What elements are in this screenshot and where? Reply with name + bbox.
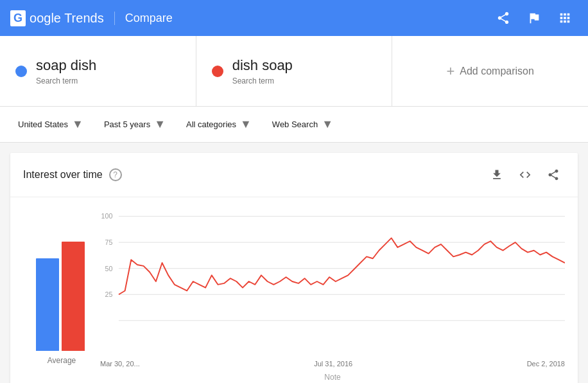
region-arrow-icon: ▼ (72, 118, 83, 131)
dish-soap-name: dish soap (232, 57, 293, 74)
chart-note: Note (100, 370, 565, 383)
search-term-soap-dish[interactable]: soap dish Search term (0, 36, 196, 106)
header-left: G oogle Trends Compare (10, 10, 173, 26)
share-card-btn[interactable] (542, 163, 565, 186)
add-comparison-label: Add comparison (460, 66, 534, 77)
category-label: All categories (186, 120, 236, 129)
soap-dish-name: soap dish (36, 57, 96, 74)
flag-icon (527, 11, 541, 25)
card-title: Interest over time (23, 169, 103, 181)
google-trends-logo: G oogle Trends (10, 10, 104, 26)
chart-legend: Average (23, 208, 100, 383)
search-type-arrow-icon: ▼ (322, 118, 333, 131)
main-content: Interest over time ? (0, 143, 588, 383)
interest-over-time-card: Interest over time ? (10, 153, 578, 383)
filter-bar: United States ▼ Past 5 years ▼ All categ… (0, 107, 588, 143)
region-filter[interactable]: United States ▼ (10, 112, 91, 136)
x-label-mid: Jul 31, 2016 (314, 360, 352, 368)
svg-text:75: 75 (105, 238, 112, 246)
download-icon (490, 168, 503, 181)
logo-text: oogle Trends (30, 11, 104, 26)
help-label: ? (113, 170, 117, 179)
search-terms-bar: soap dish Search term dish soap Search t… (0, 36, 588, 107)
line-chart: 100 75 50 25 Mar 30, 20... Jul 31, 2016 … (100, 208, 565, 383)
soap-dish-type: Search term (36, 76, 96, 85)
card-title-group: Interest over time ? (23, 168, 122, 181)
avg-bar-dish-soap (62, 242, 85, 351)
category-filter[interactable]: All categories ▼ (178, 112, 259, 136)
compare-label: Compare (114, 12, 173, 25)
grid-icon (558, 11, 572, 25)
time-label: Past 5 years (104, 120, 150, 129)
soap-dish-dot (15, 66, 27, 77)
dish-soap-dot (212, 66, 223, 77)
chart-svg: 100 75 50 25 (100, 208, 565, 355)
dish-soap-line (119, 238, 565, 294)
time-arrow-icon: ▼ (154, 118, 166, 131)
embed-icon (519, 168, 532, 181)
time-filter[interactable]: Past 5 years ▼ (96, 112, 173, 136)
dish-soap-type: Search term (232, 76, 293, 85)
apps-icon-btn[interactable] (552, 5, 578, 31)
share-icon (496, 11, 510, 25)
svg-text:100: 100 (101, 212, 113, 220)
download-btn[interactable] (485, 163, 508, 186)
share-icon-btn[interactable] (490, 5, 516, 31)
flag-icon-btn[interactable] (521, 5, 547, 31)
add-comparison-btn[interactable]: + Add comparison (392, 36, 588, 106)
header: G oogle Trends Compare (0, 0, 588, 36)
search-term-dish-soap[interactable]: dish soap Search term (196, 36, 393, 106)
category-arrow-icon: ▼ (240, 118, 252, 131)
logo-g: G (10, 10, 26, 26)
average-bars (36, 208, 87, 351)
share-card-icon (547, 168, 560, 181)
svg-text:50: 50 (105, 265, 112, 272)
svg-text:25: 25 (105, 290, 112, 298)
plus-icon: + (446, 63, 454, 80)
help-icon[interactable]: ? (109, 168, 122, 181)
card-header: Interest over time ? (10, 153, 578, 197)
search-type-label: Web Search (272, 120, 318, 129)
chart-area: Average 100 75 50 25 (10, 197, 578, 383)
chart-x-labels: Mar 30, 20... Jul 31, 2016 Dec 2, 2018 (100, 357, 565, 370)
avg-bar-soap-dish (36, 258, 59, 351)
search-type-filter[interactable]: Web Search ▼ (264, 112, 341, 136)
soap-dish-info: soap dish Search term (36, 57, 96, 85)
header-icons (490, 5, 578, 31)
embed-btn[interactable] (514, 163, 537, 186)
region-label: United States (18, 120, 68, 129)
avg-label: Average (48, 356, 76, 365)
card-actions (485, 163, 565, 186)
x-label-start: Mar 30, 20... (100, 360, 140, 368)
x-label-end: Dec 2, 2018 (527, 360, 565, 368)
dish-soap-info: dish soap Search term (232, 57, 293, 85)
